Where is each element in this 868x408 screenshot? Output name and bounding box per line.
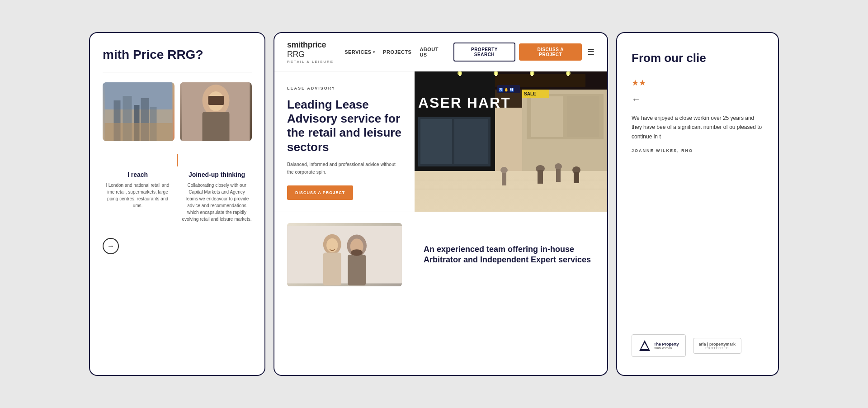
card-center-bottom: An experienced team offering in-house Ar…	[274, 212, 607, 297]
hero-title: Leading Lease Advisory service for the r…	[287, 98, 402, 154]
right-card: From our clie ★★ ← We have enjoyed a clo…	[616, 32, 779, 376]
arla-sub: PROTECTED	[705, 346, 729, 350]
left-arrow-button[interactable]: ←	[632, 94, 764, 104]
center-card: smithprice RRG RETAIL & LEISURE SERVICES…	[274, 32, 608, 376]
hero-left: LEASE ADVISORY Leading Lease Advisory se…	[274, 71, 415, 212]
bottom-right-text: An experienced team offering in-house Ar…	[415, 212, 607, 297]
hero-description: Balanced, informed and professional advi…	[287, 161, 402, 176]
feature-thinking-desc: Collaborating closely with our Capital M…	[182, 182, 252, 223]
arrow-button[interactable]: →	[103, 238, 119, 254]
svg-text:SALE: SALE	[524, 91, 536, 96]
right-card-title: From our clie	[632, 51, 764, 65]
svg-rect-51	[287, 226, 402, 284]
hero-section: LEASE ADVISORY Leading Lease Advisory se…	[274, 71, 607, 212]
feature-thinking-title: Joined-up thinking	[182, 171, 252, 178]
feature-reach-desc: l London and national retail and ime ret…	[103, 182, 173, 209]
arrow-icon: →	[107, 242, 114, 250]
svg-rect-53	[323, 252, 341, 285]
svg-rect-34	[538, 170, 543, 184]
ombudsman-text-line1: The Property	[654, 342, 679, 346]
svg-rect-38	[574, 172, 579, 183]
badges-row: The Property Ombudsman arla | propertyma…	[632, 334, 764, 357]
svg-rect-56	[348, 255, 366, 285]
logo-subtitle: RETAIL & LEISURE	[287, 60, 344, 64]
svg-point-54	[326, 238, 338, 252]
svg-rect-22	[454, 119, 488, 164]
city-image	[103, 82, 175, 141]
bottom-section-title: An experienced team offering in-house Ar…	[424, 244, 598, 266]
arla-text: arla | propertymark	[699, 342, 736, 346]
logo-text: smithprice RRG	[287, 40, 344, 59]
feature-reach-title: l reach	[103, 171, 173, 178]
connector-line	[177, 154, 178, 166]
svg-rect-36	[556, 169, 561, 182]
ombudsman-icon	[638, 339, 651, 352]
arla-badge: arla | propertymark PROTECTED	[693, 338, 742, 354]
chevron-down-icon: ▾	[373, 50, 375, 54]
property-ombudsman-badge: The Property Ombudsman	[632, 334, 686, 357]
svg-rect-7	[105, 123, 173, 141]
page-wrapper: mith Price RRG?	[0, 0, 868, 408]
svg-text:♿ ✋ 🚻: ♿ ✋ 🚻	[499, 87, 514, 92]
logo-light: RRG	[287, 50, 305, 59]
svg-point-35	[555, 163, 562, 170]
nav-links: SERVICES ▾ PROJECTS ABOUT US	[344, 47, 446, 57]
svg-rect-30	[567, 96, 599, 137]
nav-services[interactable]: SERVICES ▾	[344, 49, 375, 55]
svg-point-58	[351, 249, 363, 256]
left-card-title: mith Price RRG?	[103, 47, 252, 62]
feature-thinking: Joined-up thinking Collaborating closely…	[182, 171, 252, 223]
svg-rect-40	[502, 173, 506, 185]
left-card: mith Price RRG?	[89, 32, 265, 376]
svg-rect-10	[203, 112, 230, 141]
discuss-project-button-nav[interactable]: DISCUSS A PROJECT	[519, 43, 582, 61]
features-row: l reach l London and national retail and…	[103, 171, 252, 223]
images-row	[103, 82, 252, 141]
nav-projects[interactable]: PROJECTS	[383, 49, 411, 55]
hero-badge: LEASE ADVISORY	[287, 86, 402, 90]
feature-reach: l reach l London and national retail and…	[103, 171, 173, 223]
person-image	[180, 82, 252, 141]
logo-area: smithprice RRG RETAIL & LEISURE	[287, 40, 344, 64]
testimonial-author: JOANNE WILKES, RHO	[632, 148, 764, 153]
svg-rect-12	[208, 96, 224, 105]
testimonial-text: We have enjoyed a close workin over 25 y…	[632, 114, 764, 141]
property-search-button[interactable]: PROPERTY SEARCH	[453, 43, 516, 62]
navbar: smithprice RRG RETAIL & LEISURE SERVICES…	[274, 33, 607, 71]
left-card-divider	[103, 72, 252, 72]
hamburger-icon[interactable]: ☰	[587, 47, 594, 57]
logo-bold: smithprice	[287, 40, 326, 49]
svg-point-39	[500, 167, 508, 173]
nav-about[interactable]: ABOUT US	[420, 47, 446, 57]
hero-cta-button[interactable]: DISCUSS A PROJECT	[287, 185, 353, 200]
ombudsman-text-line2: Ombudsman	[654, 346, 679, 350]
bottom-left-image	[274, 212, 415, 297]
svg-rect-21	[420, 119, 452, 164]
stars-rating: ★★	[632, 78, 764, 88]
people-photo	[287, 223, 402, 286]
svg-text:ASER HART: ASER HART	[418, 95, 511, 111]
hero-image-area: ASER HART	[415, 71, 607, 212]
svg-rect-29	[531, 96, 563, 137]
